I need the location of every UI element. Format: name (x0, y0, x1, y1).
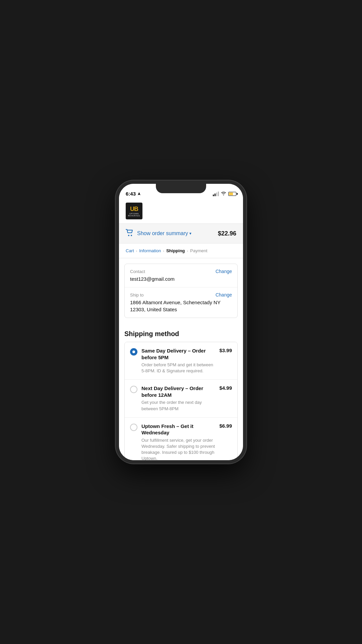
brand-logo: UB UPTOWN BEVERAGE (126, 203, 142, 219)
shipping-method-title: Shipping method (119, 323, 243, 342)
location-icon (137, 192, 141, 196)
ship-value: 1866 Altamont Avenue, Schenectady NY 123… (130, 299, 232, 313)
signal-icon (213, 192, 219, 196)
header: UB UPTOWN BEVERAGE (119, 199, 243, 224)
shipping-option-uptown-fresh-desc: Our fulfillment service, get your order … (141, 437, 215, 460)
shipping-option-same-day-desc: Order before 5PM and get it between 5-8P… (141, 362, 215, 374)
breadcrumb-sep-2: › (163, 249, 164, 253)
shipping-option-uptown-fresh[interactable]: Uptown Fresh – Get it Wednesday Our fulf… (125, 418, 237, 460)
shipping-option-uptown-fresh-name: Uptown Fresh – Get it Wednesday (141, 423, 215, 436)
contact-row: Contact Change test123@gmail.com (125, 264, 237, 287)
info-card: Contact Change test123@gmail.com Ship to… (124, 264, 238, 318)
radio-same-day[interactable] (130, 348, 137, 356)
breadcrumb-shipping: Shipping (166, 248, 185, 253)
breadcrumb: Cart › Information › Shipping › Payment (119, 244, 243, 258)
shipping-option-same-day[interactable]: Same Day Delivery – Order before 5PM Ord… (125, 342, 237, 380)
main-content: UB UPTOWN BEVERAGE Show (119, 199, 243, 460)
shipping-option-uptown-fresh-price: $6.99 (219, 423, 232, 429)
order-summary-bar[interactable]: Show order summary ▾ $22.96 (119, 224, 243, 244)
time-display: 6:43 (126, 191, 136, 197)
order-summary-left: Show order summary ▾ (126, 229, 191, 238)
radio-uptown-fresh[interactable] (130, 424, 137, 431)
contact-label: Contact (130, 269, 145, 274)
show-summary-label: Show order summary (137, 230, 188, 236)
breadcrumb-information[interactable]: Information (139, 248, 161, 253)
battery-icon (228, 192, 236, 196)
ship-label: Ship to (130, 292, 143, 298)
breadcrumb-sep-3: › (187, 249, 188, 253)
phone-inner: 6:43 (119, 184, 243, 460)
shipping-option-next-day[interactable]: Next Day Delivery – Order before 12AM Ge… (125, 380, 237, 417)
order-total: $22.96 (218, 230, 236, 237)
breadcrumb-payment: Payment (190, 248, 207, 253)
breadcrumb-cart[interactable]: Cart (126, 248, 134, 253)
notch (156, 184, 206, 193)
shipping-option-next-day-desc: Get your the order the next day between … (141, 399, 215, 412)
wifi-icon (221, 191, 226, 197)
status-time: 6:43 (126, 191, 141, 197)
phone-frame: 6:43 (116, 180, 246, 464)
svg-point-0 (128, 235, 129, 236)
svg-point-1 (131, 235, 132, 236)
contact-change-button[interactable]: Change (216, 269, 232, 274)
ship-to-row: Ship to Change 1866 Altamont Avenue, Sch… (125, 287, 237, 318)
chevron-down-icon: ▾ (189, 231, 191, 236)
radio-next-day[interactable] (130, 386, 137, 393)
shipping-options-list: Same Day Delivery – Order before 5PM Ord… (124, 342, 238, 460)
shipping-option-next-day-price: $4.99 (219, 385, 232, 391)
shipping-option-same-day-price: $3.99 (219, 347, 232, 353)
shipping-option-next-day-name: Next Day Delivery – Order before 12AM (141, 385, 215, 398)
status-icons (213, 191, 236, 197)
shipping-option-same-day-name: Same Day Delivery – Order before 5PM (141, 347, 215, 361)
cart-icon (126, 229, 134, 238)
breadcrumb-sep-1: › (136, 249, 137, 253)
contact-value: test123@gmail.com (130, 275, 232, 282)
ship-change-button[interactable]: Change (216, 292, 232, 298)
